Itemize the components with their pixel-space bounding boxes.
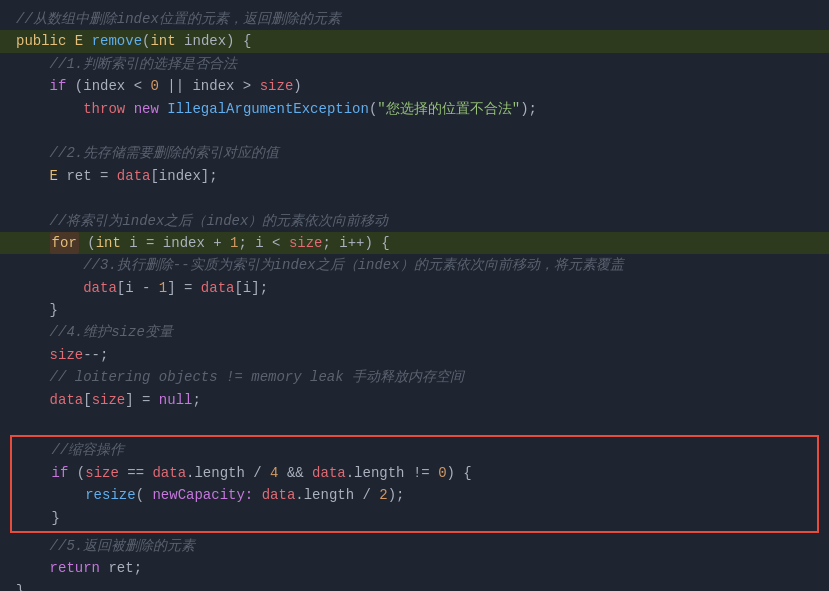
indent xyxy=(16,232,50,254)
plain-text: ret; xyxy=(100,557,142,579)
comment-text: //5.返回被删除的元素 xyxy=(16,535,195,557)
code-line xyxy=(0,120,829,142)
code-line: } xyxy=(0,299,829,321)
var-data: data xyxy=(262,484,296,506)
plain-text: ( xyxy=(68,462,85,484)
plain-text: .length / xyxy=(295,484,379,506)
blank xyxy=(16,411,24,433)
var-data: data xyxy=(83,277,117,299)
plain-text: ; i < xyxy=(238,232,288,254)
plain-text xyxy=(253,484,261,506)
number-two: 2 xyxy=(379,484,387,506)
var-data: data xyxy=(50,389,84,411)
code-line: //5.返回被删除的元素 xyxy=(0,535,829,557)
number-zero: 0 xyxy=(150,75,158,97)
plain-text: (index < xyxy=(66,75,150,97)
code-line: return ret; xyxy=(0,557,829,579)
plain-text: .length / xyxy=(186,462,270,484)
var-size: size xyxy=(92,389,126,411)
keyword-return: return xyxy=(50,557,100,579)
code-line: //将索引为index之后（index）的元素依次向前移动 xyxy=(0,210,829,232)
code-line: } xyxy=(0,580,829,591)
code-line: E ret = data [index]; xyxy=(0,165,829,187)
type-E: E xyxy=(75,30,83,52)
blank xyxy=(16,187,24,209)
indent xyxy=(16,344,50,366)
code-line xyxy=(0,187,829,209)
code-line: public E remove ( int index) { xyxy=(0,30,829,52)
string-literal: "您选择的位置不合法" xyxy=(377,98,520,120)
code-line: resize ( newCapacity: data .length / 2 )… xyxy=(18,484,811,506)
plain-paren: ( xyxy=(142,30,150,52)
code-line: if ( size == data .length / 4 && data .l… xyxy=(18,462,811,484)
code-line: data [ size ] = null ; xyxy=(0,389,829,411)
plain-text: ); xyxy=(388,484,405,506)
indent xyxy=(16,98,83,120)
keyword-if: if xyxy=(52,462,69,484)
code-line: //4.维护size变量 xyxy=(0,321,829,343)
method-name: remove xyxy=(92,30,142,52)
number-four: 4 xyxy=(270,462,278,484)
plain-paren: ( xyxy=(369,98,377,120)
indent xyxy=(18,484,85,506)
comment-text: //将索引为index之后（index）的元素依次向前移动 xyxy=(16,210,388,232)
plain-text: ] = xyxy=(125,389,159,411)
indent xyxy=(16,557,50,579)
comment-text: //4.维护size变量 xyxy=(16,321,173,343)
highlighted-block: //缩容操作 if ( size == data .length / 4 && … xyxy=(10,435,819,533)
keyword-null: null xyxy=(159,389,193,411)
keyword-int: int xyxy=(96,232,121,254)
plain-text: ); xyxy=(520,98,537,120)
plain-text: .length != xyxy=(346,462,438,484)
var-size: size xyxy=(289,232,323,254)
plain-text: --; xyxy=(83,344,108,366)
indent xyxy=(18,462,52,484)
blank xyxy=(16,120,24,142)
keyword-int: int xyxy=(150,30,175,52)
plain-text: && xyxy=(278,462,312,484)
plain-text: } xyxy=(16,580,24,591)
space xyxy=(66,30,74,52)
plain-text: i = index + xyxy=(121,232,230,254)
type-E: E xyxy=(50,165,58,187)
plain-text: ( xyxy=(79,232,96,254)
code-line: //缩容操作 xyxy=(18,439,811,461)
comment-text: //从数组中删除index位置的元素，返回删除的元素 xyxy=(16,8,341,30)
keyword-throw: throw xyxy=(83,98,125,120)
plain-text: ret = xyxy=(58,165,117,187)
plain-text: == xyxy=(119,462,153,484)
code-line xyxy=(0,411,829,433)
var-size: size xyxy=(85,462,119,484)
comment-text: //缩容操作 xyxy=(18,439,124,461)
var-size: size xyxy=(260,75,294,97)
code-line: throw new IllegalArgumentException ( "您选… xyxy=(0,98,829,120)
number-one: 1 xyxy=(159,277,167,299)
comment-text: //1.判断索引的选择是否合法 xyxy=(16,53,237,75)
plain-text: index) { xyxy=(176,30,252,52)
keyword-public: public xyxy=(16,30,66,52)
comment-text: // loitering objects != memory leak 手动释放… xyxy=(16,366,464,388)
method-resize: resize xyxy=(85,484,135,506)
plain-text: [i]; xyxy=(234,277,268,299)
plain-text: [index]; xyxy=(150,165,217,187)
code-editor: //从数组中删除index位置的元素，返回删除的元素 public E remo… xyxy=(0,0,829,591)
code-line: //1.判断索引的选择是否合法 xyxy=(0,53,829,75)
plain-text: ) xyxy=(293,75,301,97)
code-line: data [i - 1 ] = data [i]; xyxy=(0,277,829,299)
var-size: size xyxy=(50,344,84,366)
var-data: data xyxy=(117,165,151,187)
var-data: data xyxy=(152,462,186,484)
param-label: newCapacity: xyxy=(152,484,253,506)
indent xyxy=(16,389,50,411)
var-data: data xyxy=(312,462,346,484)
plain-text: [i - xyxy=(117,277,159,299)
code-line: size --; xyxy=(0,344,829,366)
plain-text: [ xyxy=(83,389,91,411)
number-zero: 0 xyxy=(438,462,446,484)
comment-text: //2.先存储需要删除的索引对应的值 xyxy=(16,142,279,164)
keyword-if: if xyxy=(50,75,67,97)
code-line: } xyxy=(18,507,811,529)
plain-text: ; xyxy=(192,389,200,411)
var-data: data xyxy=(201,277,235,299)
indent xyxy=(16,277,83,299)
